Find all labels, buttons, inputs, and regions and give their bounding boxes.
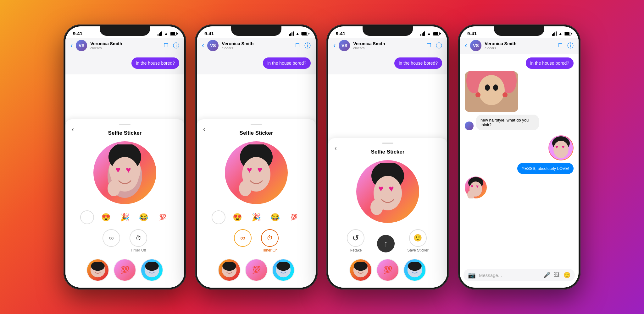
- contact-sub-3: eloears: [353, 46, 424, 50]
- info-icon[interactable]: ⓘ: [173, 41, 179, 50]
- emoji-100-2[interactable]: 💯: [287, 210, 301, 224]
- sheet-back-3[interactable]: ‹: [335, 144, 337, 152]
- in-sticker-bubble: ♥ ♥: [465, 176, 487, 198]
- contact-name-3: Veronica Smith: [353, 41, 424, 46]
- phone-4-inner: 9:41 ▲ ‹ VS: [460, 26, 579, 288]
- image-icon[interactable]: 🖼: [554, 272, 560, 279]
- photo-svg: [465, 71, 518, 112]
- video-call-icon-3[interactable]: □: [427, 41, 431, 50]
- msg-in-text-row: new hairstyle, what do you think?: [465, 115, 574, 130]
- sheet-back-2[interactable]: ‹: [203, 126, 205, 133]
- back-button-4[interactable]: ‹: [465, 41, 467, 50]
- thumb-3-a[interactable]: [349, 259, 372, 281]
- action-row-3: ↺ Retake ↑ 🙂 Save Sticker: [335, 229, 441, 252]
- battery-icon-2: [301, 32, 308, 35]
- signal-icon: [158, 31, 162, 36]
- contact-info-4: Veronica Smith eloears: [485, 41, 555, 50]
- retake-label: Retake: [350, 248, 362, 252]
- infinity-btn-1[interactable]: ∞: [103, 229, 120, 247]
- svg-point-15: [239, 181, 252, 196]
- wifi-icon-4: ▲: [558, 31, 563, 36]
- thumb-1-a[interactable]: [86, 259, 109, 281]
- svg-text:♥: ♥: [247, 165, 252, 175]
- upload-button[interactable]: ↑: [377, 235, 395, 252]
- phones-container: 9:41 ▲ ‹ VS: [45, 12, 599, 302]
- svg-point-39: [493, 84, 498, 91]
- emoji-empty-2[interactable]: [212, 210, 225, 224]
- message-input[interactable]: Message...: [479, 273, 540, 278]
- thumb-inner-2b: 💯: [246, 259, 267, 281]
- emoji-cry-2[interactable]: 😂: [268, 210, 282, 224]
- thumb-2-b[interactable]: 💯: [245, 259, 268, 281]
- emoji-empty-1[interactable]: [80, 210, 94, 224]
- back-button-3[interactable]: ‹: [333, 41, 336, 50]
- thumb-inner-1c: [141, 259, 163, 281]
- emoji-party-1[interactable]: 🎉: [118, 210, 132, 224]
- thumb-2-a[interactable]: [218, 259, 241, 281]
- thumb-face-1c: [144, 262, 160, 278]
- time-2: 9:41: [204, 31, 214, 36]
- contact-info-2: Veronica Smith eloears: [222, 41, 292, 50]
- video-call-icon-2[interactable]: □: [296, 41, 299, 50]
- signal-icon-2: [289, 31, 294, 36]
- back-button-2[interactable]: ‹: [202, 41, 204, 50]
- timer-label-1: Timer Off: [130, 248, 146, 252]
- thumb-2-c[interactable]: [272, 259, 295, 281]
- info-icon-4[interactable]: ⓘ: [567, 41, 574, 50]
- emoji-cry-1[interactable]: 😂: [137, 210, 151, 224]
- emoji-heart-eyes-1[interactable]: 😍: [99, 210, 113, 224]
- video-call-icon[interactable]: □: [164, 41, 168, 50]
- wifi-icon-2: ▲: [295, 31, 300, 36]
- msg-out-bored: in the house bored?: [465, 57, 574, 69]
- header-actions-2: □ ⓘ: [296, 41, 311, 50]
- thumb-3-b[interactable]: 💯: [376, 259, 399, 281]
- video-call-icon-4[interactable]: □: [558, 41, 562, 50]
- svg-text:♥: ♥: [476, 184, 479, 189]
- info-icon-3[interactable]: ⓘ: [436, 41, 442, 50]
- msg-out-yesss-row: YESSS, absolutely LOVE!: [465, 163, 574, 174]
- svg-text:♥: ♥: [126, 165, 131, 175]
- thumb-face-2c: [275, 262, 291, 278]
- contact-name-1: Veronica Smith: [90, 41, 161, 46]
- outgoing-message-3: in the house bored?: [394, 57, 442, 69]
- bottom-sheet-2: ‹ Selfie Sticker ♥ ♥ 😍 🎉: [197, 119, 316, 288]
- 100-label-3b: 💯: [384, 266, 392, 274]
- emoji-party-2[interactable]: 🎉: [249, 210, 263, 224]
- camera-icon-input[interactable]: 📷: [468, 271, 476, 279]
- thumb-1-b[interactable]: 💯: [114, 259, 136, 281]
- sheet-back-1[interactable]: ‹: [72, 126, 74, 133]
- mic-icon[interactable]: 🎤: [543, 272, 550, 279]
- msg-bubble-bored: in the house bored?: [526, 57, 574, 69]
- timer-btn-1[interactable]: ⏱: [130, 229, 147, 247]
- thumb-3-c[interactable]: [403, 259, 426, 281]
- emoji-heart-eyes-2[interactable]: 😍: [230, 210, 244, 224]
- svg-point-38: [485, 84, 490, 91]
- 100-label-2b: 💯: [252, 266, 261, 274]
- save-sticker-button[interactable]: 🙂: [409, 229, 427, 247]
- sticker-thumbs-1: 💯: [72, 259, 178, 281]
- battery-icon: [170, 32, 177, 35]
- infinity-btn-2[interactable]: ∞: [234, 229, 252, 247]
- out-sticker-bubble: ♥ ♥: [548, 135, 574, 160]
- info-icon-2[interactable]: ⓘ: [304, 41, 311, 50]
- controls-row-1: ∞ ⏱ Timer Off: [72, 229, 178, 252]
- notch-1: [100, 26, 150, 36]
- retake-button[interactable]: ↺: [347, 229, 364, 247]
- in-sticker-row: ♥ ♥: [465, 176, 574, 198]
- svg-point-36: [475, 92, 480, 97]
- sheet-handle-2: [251, 124, 262, 125]
- contact-info-1: Veronica Smith eloears: [90, 41, 161, 50]
- thumb-1-c[interactable]: [141, 259, 163, 281]
- emoji-100-1[interactable]: 💯: [156, 210, 169, 224]
- timer-btn-2[interactable]: ⏱: [261, 229, 279, 247]
- out-sticker-svg: ♥ ♥: [548, 135, 574, 160]
- back-button-1[interactable]: ‹: [70, 41, 73, 50]
- phone-4: 9:41 ▲ ‹ VS: [458, 24, 580, 290]
- face-svg-2: ♥ ♥: [233, 144, 280, 201]
- controls-row-2: ∞ ⏱ Timer On: [203, 229, 309, 252]
- sticker-icon[interactable]: 🙂: [564, 272, 570, 279]
- outgoing-message-1: in the house bored?: [131, 57, 179, 69]
- messages-area-2: in the house bored?: [197, 54, 316, 74]
- svg-text:♥: ♥: [562, 144, 565, 149]
- outgoing-message-2: in the house bored?: [263, 57, 311, 69]
